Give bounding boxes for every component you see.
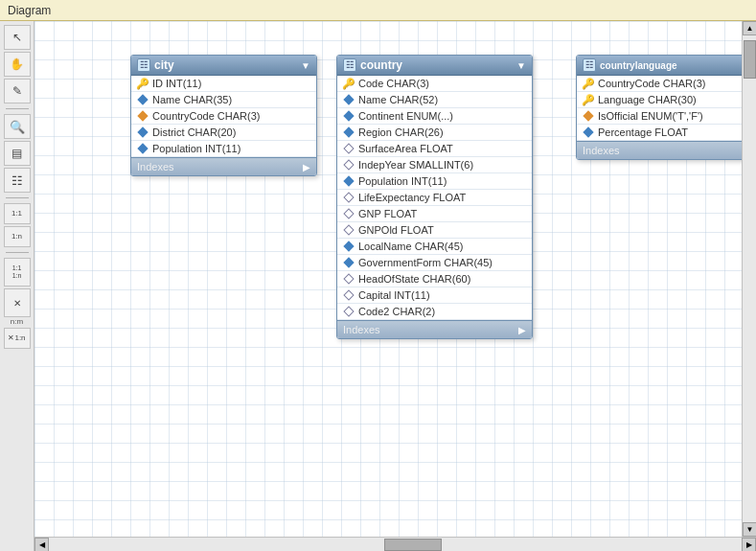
scroll-track-v[interactable] <box>743 35 756 522</box>
field-city-population-text: Population INT(11) <box>152 143 241 154</box>
scroll-thumb-v[interactable] <box>744 40 756 79</box>
field-country-indepyear-text: IndepYear SMALLINT(6) <box>358 159 473 171</box>
field-cl-language: 🔑 Language CHAR(30) <box>577 92 742 108</box>
rel-1-n-btn[interactable]: 1:n <box>4 226 31 247</box>
table-city-body: 🔑 ID INT(11) Name CHAR(35) CountryCode C… <box>131 76 316 157</box>
field-cl-language-text: Language CHAR(30) <box>598 94 697 105</box>
scroll-track-h[interactable] <box>49 538 742 551</box>
hand-tool[interactable]: ✋ <box>4 52 31 77</box>
rel-1-1-icon: 1:1 <box>11 210 22 218</box>
rel-1-1-1-n-icon: 1:1 1:n <box>12 264 22 281</box>
diamond-blue-icon-c5 <box>343 241 355 252</box>
field-country-governmentform-text: GovernmentForm CHAR(45) <box>358 257 493 268</box>
rel-nm-label: n:m <box>11 318 23 326</box>
title-bar: Diagram <box>0 0 756 21</box>
city-indexes-label: Indexes <box>137 161 174 172</box>
field-cl-percentage: Percentage FLOAT <box>577 125 742 141</box>
rel-1-n-group: 1:n <box>4 226 31 247</box>
table-country-header[interactable]: ☷ country ▼ <box>337 56 532 76</box>
field-city-population: Population INT(11) <box>131 141 316 157</box>
diamond-blue-icon-3 <box>137 143 149 154</box>
title-label: Diagram <box>8 4 51 17</box>
diamond-blue-icon-cl <box>583 126 594 138</box>
field-country-region-text: Region CHAR(26) <box>358 126 444 138</box>
key-icon: 🔑 <box>137 78 149 89</box>
field-country-indepyear: IndepYear SMALLINT(6) <box>337 157 532 173</box>
table-country-title: country <box>360 58 513 72</box>
table-city-title: city <box>154 58 297 72</box>
field-city-district: District CHAR(20) <box>131 125 316 141</box>
rel-1-1-1-n-group: 1:1 1:n <box>4 258 31 287</box>
pencil-icon: ✎ <box>12 84 22 98</box>
pencil-tool[interactable]: ✎ <box>4 79 31 103</box>
city-indexes-arrow[interactable]: ▶ <box>303 162 310 172</box>
rel-1-1-btn[interactable]: 1:1 <box>4 203 31 224</box>
field-cl-isofficial: IsOfficial ENUM('T','F') <box>577 108 742 125</box>
table-tool[interactable]: ☷ <box>4 168 31 193</box>
table-countrylanguage[interactable]: ☷ countrylanguage ▼ 🔑 CountryCode CHAR(3… <box>576 55 742 160</box>
layer-icon: ▤ <box>11 147 22 160</box>
field-country-code: 🔑 Code CHAR(3) <box>337 76 532 92</box>
field-country-name-text: Name CHAR(52) <box>358 94 438 105</box>
field-country-population: Population INT(11) <box>337 173 532 190</box>
arrow-tool[interactable]: ↖ <box>4 25 31 50</box>
bottom-scrollbar: ◀ ▶ <box>34 537 756 551</box>
rel-nm-btn[interactable]: ✕ <box>4 288 31 317</box>
rel-1-1-1-n-btn[interactable]: 1:1 1:n <box>4 258 31 287</box>
diamond-orange-icon-cl <box>583 110 594 122</box>
field-city-name-text: Name CHAR(35) <box>152 94 232 105</box>
table-countrylanguage-header[interactable]: ☷ countrylanguage ▼ <box>577 56 742 76</box>
field-city-id: 🔑 ID INT(11) <box>131 76 316 92</box>
field-country-headofstate: HeadOfState CHAR(60) <box>337 271 532 287</box>
field-country-code-text: Code CHAR(3) <box>358 78 429 89</box>
table-icon: ☷ <box>11 173 23 188</box>
table-city-icon: ☷ <box>137 58 150 72</box>
diamond-white-icon-c4 <box>343 208 355 219</box>
table-city-arrow[interactable]: ▼ <box>301 60 310 71</box>
table-countrylanguage-title: countrylanguage <box>600 60 742 71</box>
table-country[interactable]: ☷ country ▼ 🔑 Code CHAR(3) Name CHAR(52) <box>336 55 533 339</box>
field-city-countrycode: CountryCode CHAR(3) <box>131 108 316 125</box>
diamond-blue-icon-c1 <box>343 94 355 105</box>
field-country-surfacearea-text: SurfaceArea FLOAT <box>358 143 453 154</box>
table-city-indexes[interactable]: Indexes ▶ <box>131 157 316 175</box>
rel-1n-arrow-group: ✕1:n <box>4 328 31 349</box>
table-countrylanguage-indexes[interactable]: Indexes ▶ <box>577 141 742 159</box>
diamond-blue-icon <box>137 94 149 105</box>
field-country-lifeexpectancy: LifeExpectancy FLOAT <box>337 190 532 206</box>
field-country-gnp-text: GNP FLOAT <box>358 208 417 219</box>
scroll-thumb-h[interactable] <box>384 539 442 551</box>
field-country-continent: Continent ENUM(...) <box>337 108 532 125</box>
rel-1n-arrow-btn[interactable]: ✕1:n <box>4 328 31 349</box>
scroll-up-btn[interactable]: ▲ <box>743 21 756 35</box>
rel-nm-group: ✕ n:m <box>4 288 31 326</box>
table-city-header[interactable]: ☷ city ▼ <box>131 56 316 76</box>
field-country-region: Region CHAR(26) <box>337 125 532 141</box>
toolbar-divider-3 <box>6 252 29 253</box>
country-indexes-arrow[interactable]: ▶ <box>518 325 526 335</box>
diamond-blue-icon-c2 <box>343 110 355 122</box>
field-country-headofstate-text: HeadOfState CHAR(60) <box>358 273 470 285</box>
scroll-left-btn[interactable]: ◀ <box>34 538 49 551</box>
field-cl-countrycode-text: CountryCode CHAR(3) <box>598 78 705 89</box>
table-city[interactable]: ☷ city ▼ 🔑 ID INT(11) Name CHAR(35) <box>130 55 317 176</box>
zoom-tool[interactable]: 🔍 <box>4 114 31 139</box>
scroll-down-btn[interactable]: ▼ <box>743 522 756 537</box>
table-countrylanguage-icon: ☷ <box>583 58 596 72</box>
left-toolbar: ↖ ✋ ✎ 🔍 ▤ ☷ 1:1 1:n <box>0 21 34 551</box>
table-country-arrow[interactable]: ▼ <box>516 60 526 71</box>
diamond-white-icon-c1 <box>343 143 355 154</box>
field-cl-percentage-text: Percentage FLOAT <box>598 126 688 138</box>
diamond-blue-icon-2 <box>137 126 149 138</box>
table-country-icon: ☷ <box>343 58 356 72</box>
canvas-area: ☷ city ▼ 🔑 ID INT(11) Name CHAR(35) <box>34 21 742 537</box>
field-city-district-text: District CHAR(20) <box>152 126 236 138</box>
scroll-right-btn[interactable]: ▶ <box>742 538 756 551</box>
table-countrylanguage-body: 🔑 CountryCode CHAR(3) 🔑 Language CHAR(30… <box>577 76 742 141</box>
table-country-body: 🔑 Code CHAR(3) Name CHAR(52) Continent E… <box>337 76 532 320</box>
diamond-blue-icon-c6 <box>343 257 355 268</box>
field-country-capital-text: Capital INT(11) <box>358 289 430 301</box>
table-country-indexes[interactable]: Indexes ▶ <box>337 320 532 338</box>
layer-tool[interactable]: ▤ <box>4 141 31 166</box>
diamond-white-icon-c3 <box>343 192 355 203</box>
